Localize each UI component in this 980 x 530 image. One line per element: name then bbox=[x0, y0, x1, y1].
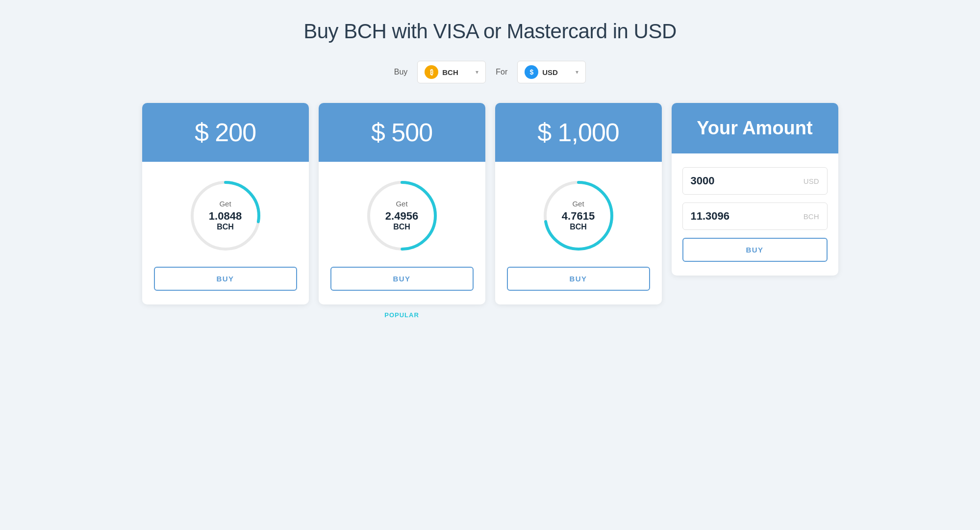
buy-coin-dropdown[interactable]: ₿ BCH ▾ bbox=[417, 61, 486, 83]
card-500-circle-text: Get 2.4956 BCH bbox=[385, 200, 418, 231]
for-currency-name: USD bbox=[542, 68, 558, 76]
buy-label: Buy bbox=[394, 68, 408, 76]
card-1000-bch-unit: BCH bbox=[562, 223, 595, 232]
card-500: $ 500 Get 2.4956 BCH BUY bbox=[319, 103, 485, 304]
usd-currency-label: USD bbox=[804, 177, 819, 185]
card-500-body: Get 2.4956 BCH BUY bbox=[319, 162, 485, 304]
bch-input-row: BCH bbox=[682, 202, 828, 230]
card-200-circle: Get 1.0848 BCH bbox=[186, 177, 265, 255]
card-200-header: $ 200 bbox=[142, 103, 309, 162]
your-amount-header: Your Amount bbox=[672, 103, 838, 153]
card-200-body: Get 1.0848 BCH BUY bbox=[142, 162, 309, 304]
usd-amount-input[interactable] bbox=[691, 175, 800, 187]
for-label: For bbox=[496, 68, 507, 76]
card-500-get-label: Get bbox=[385, 200, 418, 208]
card-200-bch-amount: 1.0848 bbox=[209, 210, 242, 223]
card-500-amount: $ 500 bbox=[328, 118, 476, 147]
card-200-get-label: Get bbox=[209, 200, 242, 208]
card-1000-amount: $ 1,000 bbox=[505, 118, 652, 147]
card-200-bch-unit: BCH bbox=[209, 223, 242, 232]
card-200-buy-button[interactable]: BUY bbox=[154, 267, 297, 291]
card-200: $ 200 Get 1.0848 BCH BUY bbox=[142, 103, 309, 304]
card-1000-bch-amount: 4.7615 bbox=[562, 210, 595, 223]
buy-coin-chevron-icon: ▾ bbox=[476, 69, 478, 76]
your-amount-card: Your Amount USD BCH BUY bbox=[672, 103, 838, 276]
cards-row: $ 200 Get 1.0848 BCH BUY $ 500 bbox=[142, 103, 838, 321]
popular-badge: POPULAR bbox=[384, 304, 419, 321]
your-amount-buy-button[interactable]: BUY bbox=[682, 238, 828, 262]
card-500-bch-unit: BCH bbox=[385, 223, 418, 232]
card-500-buy-button[interactable]: BUY bbox=[330, 267, 474, 291]
bch-currency-label: BCH bbox=[804, 212, 819, 221]
card-1000-circle-text: Get 4.7615 BCH bbox=[562, 200, 595, 231]
bch-icon: ₿ bbox=[425, 65, 438, 79]
card-200-amount: $ 200 bbox=[152, 118, 299, 147]
selector-row: Buy ₿ BCH ▾ For $ USD ▾ bbox=[394, 61, 586, 83]
card-1000-header: $ 1,000 bbox=[495, 103, 662, 162]
your-amount-title: Your Amount bbox=[681, 118, 829, 139]
card-500-circle: Get 2.4956 BCH bbox=[363, 177, 441, 255]
card-500-header: $ 500 bbox=[319, 103, 485, 162]
for-currency-chevron-icon: ▾ bbox=[576, 69, 578, 76]
buy-coin-name: BCH bbox=[442, 68, 458, 76]
card-500-bch-amount: 2.4956 bbox=[385, 210, 418, 223]
for-currency-dropdown[interactable]: $ USD ▾ bbox=[517, 61, 586, 83]
usd-input-row: USD bbox=[682, 167, 828, 195]
card-1000-get-label: Get bbox=[562, 200, 595, 208]
card-1000-buy-button[interactable]: BUY bbox=[507, 267, 650, 291]
your-amount-body: USD BCH BUY bbox=[672, 153, 838, 276]
usd-icon: $ bbox=[525, 65, 538, 79]
page-title: Buy BCH with VISA or Mastercard in USD bbox=[303, 20, 677, 43]
card-1000-body: Get 4.7615 BCH BUY bbox=[495, 162, 662, 304]
card-1000-circle: Get 4.7615 BCH bbox=[539, 177, 618, 255]
card-1000: $ 1,000 Get 4.7615 BCH BUY bbox=[495, 103, 662, 304]
bch-amount-input[interactable] bbox=[691, 210, 800, 223]
card-200-circle-text: Get 1.0848 BCH bbox=[209, 200, 242, 231]
